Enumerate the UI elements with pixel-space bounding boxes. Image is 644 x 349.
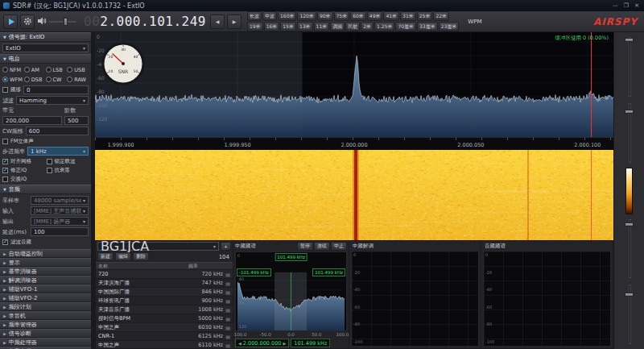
tune-step-back-button[interactable]: ◀ — [210, 15, 225, 29]
band-button[interactable]: 60米 — [350, 11, 366, 21]
if-spectrum-canvas[interactable] — [237, 272, 345, 330]
sidebar-panel-header[interactable]: ▶录音机 — [0, 311, 91, 320]
table-row[interactable]: CNR-16125 kHz▤ — [96, 332, 233, 341]
contrast-slider[interactable] — [624, 102, 635, 164]
sidebar-panel-header[interactable]: ▶频段计划 — [0, 302, 91, 311]
mode-wfm[interactable]: WFM — [2, 75, 24, 84]
edit-entry-button[interactable]: 编辑 — [115, 252, 131, 261]
slider-handle[interactable] — [625, 110, 634, 114]
maximize-button[interactable]: ❐ — [624, 2, 629, 9]
range-slider[interactable] — [624, 218, 635, 280]
source-device-select[interactable]: ExtIO▾ — [2, 44, 89, 52]
mode-usb[interactable]: USB — [67, 65, 89, 74]
mode-am[interactable]: AM — [24, 65, 46, 74]
increment-icon[interactable]: ▶ — [283, 341, 286, 346]
filter-audio-checkbox[interactable]: 滤波音频 — [2, 238, 89, 246]
band-button[interactable]: 22米 — [433, 11, 449, 21]
bandwidth-input[interactable]: 200,000 — [2, 116, 62, 125]
band-button[interactable]: 民航 — [345, 22, 360, 31]
latency-input[interactable]: 100 — [31, 227, 89, 236]
volume-handle[interactable] — [64, 18, 68, 26]
table-row[interactable]: 中国国际广播846 kHz▤ — [96, 288, 233, 297]
band-button[interactable]: 31米 — [400, 11, 416, 21]
pause-button[interactable]: 暂停 — [297, 242, 313, 251]
zoom-slider[interactable] — [624, 35, 635, 98]
slider-handle[interactable] — [625, 222, 634, 226]
sidebar-panel-header[interactable]: ▶自动增益控制 — [0, 249, 91, 258]
waterfall-panel[interactable] — [95, 150, 613, 240]
fm-stereo-checkbox[interactable]: FM立体声 — [2, 137, 89, 145]
band-button[interactable]: 41米 — [383, 11, 399, 21]
sidebar-panel-header[interactable]: ▶辅助VFO-1 — [0, 285, 91, 293]
sidebar-panel-header[interactable]: ▶基带消噪器 — [0, 267, 91, 276]
band-button[interactable]: 1.25米 — [374, 22, 394, 31]
band-button[interactable]: 70厘米 — [395, 22, 416, 31]
offset-slider[interactable] — [624, 283, 635, 346]
band-button[interactable]: 49米 — [367, 11, 383, 21]
band-button[interactable]: 120米 — [297, 11, 316, 21]
waterfall-canvas[interactable] — [95, 150, 613, 240]
settings-button[interactable] — [20, 15, 35, 29]
band-button[interactable]: 2米 — [361, 22, 374, 31]
shift-input[interactable]: 0 — [23, 85, 89, 94]
order-input[interactable]: 500 — [64, 116, 89, 125]
table-row[interactable]: 720720 kHz▤ — [96, 270, 233, 279]
option-checkbox[interactable]: 锁定载波 — [47, 157, 89, 165]
table-row[interactable]: 天津音乐广播1008 kHz▤ — [96, 305, 233, 314]
band-button[interactable]: 长波 — [247, 11, 262, 21]
table-row[interactable]: 授时信号BPM5000 kHz▤ — [96, 314, 233, 323]
audio-row-select[interactable]: [MME] 扬声器▾ — [31, 217, 89, 226]
step-select[interactable]: 1 kHz▾ — [27, 147, 89, 156]
decrement-icon[interactable]: ◀ — [238, 341, 242, 346]
band-button[interactable]: 25米 — [417, 11, 433, 21]
delete-entry-button[interactable]: 删除 — [133, 252, 149, 261]
band-button[interactable]: 90米 — [317, 11, 333, 21]
mode-raw[interactable]: RAW — [67, 75, 89, 84]
band-button[interactable]: 调频 — [330, 22, 345, 31]
band-button[interactable]: 33厘米 — [417, 22, 438, 31]
center-frequency-box[interactable]: ◀2.000.000.000▶ — [235, 339, 289, 347]
frequency-display[interactable]: 002.000.101.249 — [84, 14, 206, 29]
option-checkbox[interactable]: 抗衰落 — [47, 166, 89, 174]
close-button[interactable]: ✕ — [634, 2, 639, 9]
radio-section-header[interactable]: ▼电台 — [0, 54, 91, 64]
sidebar-panel-header[interactable]: ▶显示 — [0, 258, 91, 267]
slider-handle[interactable] — [625, 38, 634, 42]
band-button[interactable]: 75米 — [334, 11, 350, 21]
cw-shift-input[interactable]: 600 — [26, 127, 89, 135]
play-button[interactable] — [3, 15, 18, 29]
band-button[interactable]: 16米 — [264, 22, 280, 31]
if-demod-plot[interactable]: 0-20-40-60-80-100 — [351, 251, 479, 347]
sidebar-panel-header[interactable]: ▶中频处理器 — [0, 338, 91, 347]
mode-cw[interactable]: CW — [46, 75, 68, 84]
spectrum-panel[interactable]: 0-20-40-60-80-100-120 缓冲区使用 0 (0.00%) 10… — [95, 32, 613, 150]
band-button[interactable]: 19米 — [247, 22, 263, 31]
band-button[interactable]: 13米 — [297, 22, 313, 31]
table-row[interactable]: 环球资讯广播900 kHz▤ — [96, 297, 233, 305]
add-group-button[interactable]: + — [221, 242, 231, 251]
sidebar-panel-header[interactable]: ▶解调消噪器 — [0, 276, 91, 285]
continuous-button[interactable]: 连续 — [314, 242, 330, 251]
band-button[interactable]: 中波 — [262, 11, 277, 21]
band-button[interactable]: 15米 — [280, 22, 296, 31]
band-button[interactable]: 11米 — [314, 22, 330, 31]
option-checkbox[interactable]: 对齐网格 — [2, 157, 45, 165]
audio-row-select[interactable]: 48000 sample/sec▾ — [31, 196, 89, 205]
sidebar-panel-header[interactable]: ▶辅助VFO-2 — [0, 293, 91, 302]
tune-step-forward-button[interactable]: ▶ — [227, 15, 242, 29]
sidebar-panel-header[interactable]: ▶信号诊断 — [0, 329, 91, 338]
option-checkbox[interactable]: 交换IQ — [2, 175, 45, 183]
audio-spectrum-plot[interactable]: 0-20-40-60-80-100 — [483, 251, 611, 347]
audio-row-select[interactable]: [MME] 主声音捕获驱动程序▾ — [31, 206, 89, 215]
band-button[interactable]: 23厘米 — [439, 22, 460, 31]
mode-nfm[interactable]: NFM — [2, 65, 24, 74]
band-button[interactable]: 160米 — [278, 11, 296, 21]
sidebar-panel-header[interactable]: ▶频率管理器 — [0, 320, 91, 329]
table-row[interactable]: 中国之声6030 kHz▤ — [96, 323, 233, 332]
stop-button[interactable]: 中止 — [331, 242, 347, 251]
table-row[interactable]: 中国之声6110 kHz▤ — [96, 341, 233, 348]
mode-lsb[interactable]: LSB — [46, 65, 68, 74]
filter-select[interactable]: Hamming▾ — [16, 96, 89, 105]
audio-section-header[interactable]: ▼音频 — [0, 185, 91, 194]
option-checkbox[interactable]: 修正IQ — [2, 166, 45, 174]
